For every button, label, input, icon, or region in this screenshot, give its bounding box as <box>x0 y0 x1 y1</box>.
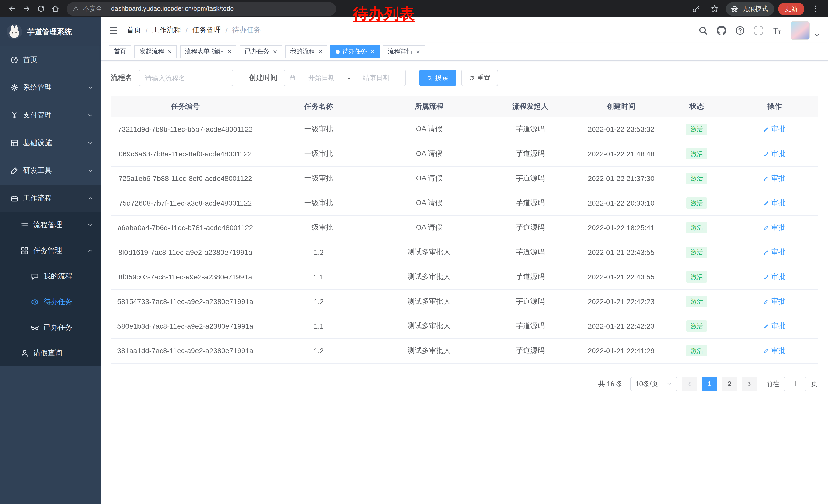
collapse-sidebar-icon[interactable] <box>109 26 119 35</box>
close-icon[interactable]: × <box>416 48 420 55</box>
sidebar-item-label: 请假查询 <box>33 349 62 358</box>
approve-label: 审批 <box>771 149 786 158</box>
breadcrumb-item[interactable]: 工作流程 <box>152 26 181 35</box>
approve-link[interactable]: 审批 <box>763 248 786 257</box>
edit-icon <box>763 299 769 304</box>
sidebar-item-home[interactable]: 首页 <box>0 46 100 74</box>
help-icon[interactable] <box>735 26 745 35</box>
column-header: 任务名称 <box>259 96 378 117</box>
chrome-right-cluster: 无痕模式 更新 <box>689 2 823 16</box>
page-button-2[interactable]: 2 <box>722 377 737 391</box>
goto-page-input[interactable] <box>784 377 806 391</box>
sidebar-item-task-management[interactable]: 任务管理 <box>0 238 100 264</box>
approve-link[interactable]: 审批 <box>763 125 786 134</box>
close-icon[interactable]: × <box>168 48 172 55</box>
sidebar-item-payment-management[interactable]: 支付管理 <box>0 101 100 129</box>
key-icon <box>692 5 700 13</box>
browser-forward-button[interactable] <box>19 2 34 16</box>
cell-task-id: 73211d9d-7b9b-11ec-b5b7-acde48001122 <box>111 117 259 141</box>
filter-bar: 流程名 创建时间 开始日期 - 结束日期 搜索 重 <box>111 70 818 86</box>
tab-label: 流程详情 <box>388 47 412 56</box>
close-icon[interactable]: × <box>319 48 322 55</box>
search-icon[interactable] <box>698 26 708 35</box>
github-icon[interactable] <box>717 26 727 35</box>
breadcrumb: 首页/工作流程/任务管理/待办任务 <box>127 26 261 35</box>
sidebar-item-my-process[interactable]: 我的流程 <box>0 264 100 289</box>
tab-流程详情[interactable]: 流程详情× <box>383 45 425 58</box>
app-logo[interactable]: 芋道管理系统 <box>0 17 100 46</box>
cell-task-id: 381aa1dd-7ac8-11ec-a9e2-a2380e71991a <box>111 338 259 363</box>
annotation-text: 待办列表 <box>353 4 415 25</box>
date-range-picker[interactable]: 开始日期 - 结束日期 <box>284 70 406 86</box>
sidebar-item-dev-tools[interactable]: 研发工具 <box>0 157 100 185</box>
user-avatar[interactable] <box>791 21 810 40</box>
tab-label: 首页 <box>114 47 126 56</box>
screen: 不安全 dashboard.yudao.iocoder.cn/bpm/task/… <box>0 0 828 504</box>
tab-已办任务[interactable]: 已办任务× <box>240 45 282 58</box>
tab-我的流程[interactable]: 我的流程× <box>285 45 328 58</box>
approve-link[interactable]: 审批 <box>763 346 786 355</box>
approve-link[interactable]: 审批 <box>763 198 786 208</box>
cell-task-name: 一级审批 <box>259 215 378 240</box>
fullscreen-icon[interactable] <box>754 26 763 35</box>
update-button[interactable]: 更新 <box>778 2 804 15</box>
approve-link[interactable]: 审批 <box>763 272 786 281</box>
next-page-button[interactable] <box>742 377 757 391</box>
sidebar-item-system-management[interactable]: 系统管理 <box>0 74 100 101</box>
approve-link[interactable]: 审批 <box>763 223 786 232</box>
cell-process: OA 请假 <box>378 215 481 240</box>
approve-link[interactable]: 审批 <box>763 297 786 306</box>
status-badge: 激活 <box>686 148 708 159</box>
close-icon[interactable]: × <box>371 48 374 55</box>
sidebar-item-todo-tasks[interactable]: 待办任务 <box>0 289 100 315</box>
sidebar-item-workflow[interactable]: 工作流程 <box>0 185 100 212</box>
browser-menu-button[interactable] <box>809 2 823 16</box>
table-row: a6aba0a4-7b6d-11ec-b781-acde48001122 一级审… <box>111 215 818 240</box>
end-date-placeholder[interactable]: 结束日期 <box>352 73 400 83</box>
page-size-select[interactable]: 10条/页 <box>630 377 677 391</box>
close-icon[interactable]: × <box>273 48 277 55</box>
address-bar[interactable]: 不安全 dashboard.yudao.iocoder.cn/bpm/task/… <box>67 2 336 16</box>
sidebar-item-infrastructure[interactable]: 基础设施 <box>0 129 100 157</box>
tab-发起流程[interactable]: 发起流程× <box>134 45 177 58</box>
breadcrumb-separator: / <box>226 26 228 34</box>
browser-reload-button[interactable] <box>34 2 48 16</box>
process-name-input[interactable] <box>138 70 234 86</box>
approve-label: 审批 <box>771 223 786 232</box>
column-header: 状态 <box>662 96 732 117</box>
page-button-1[interactable]: 1 <box>702 377 717 391</box>
cell-starter: 芋道源码 <box>481 289 580 314</box>
breadcrumb-item[interactable]: 首页 <box>127 26 141 35</box>
search-button-label: 搜索 <box>435 73 448 83</box>
browser-home-button[interactable] <box>48 2 63 16</box>
approve-link[interactable]: 审批 <box>763 174 786 183</box>
close-icon[interactable]: × <box>227 48 232 55</box>
avatar-caret-icon[interactable] <box>814 32 820 38</box>
tab-label: 已办任务 <box>245 47 269 56</box>
font-size-icon[interactable] <box>772 26 782 35</box>
tab-流程表单-编辑[interactable]: 流程表单-编辑× <box>180 45 237 58</box>
approve-link[interactable]: 审批 <box>763 149 786 158</box>
sidebar-item-done-tasks[interactable]: 已办任务 <box>0 315 100 340</box>
reset-button[interactable]: 重置 <box>461 70 498 86</box>
cell-create-time: 2022-01-22 21:48:48 <box>580 141 662 166</box>
search-button[interactable]: 搜索 <box>419 70 456 86</box>
sidebar-item-label: 工作流程 <box>23 194 52 203</box>
start-date-placeholder[interactable]: 开始日期 <box>297 73 346 83</box>
security-label[interactable]: 不安全 <box>83 4 102 13</box>
approve-link[interactable]: 审批 <box>763 321 786 331</box>
tab-首页[interactable]: 首页 <box>109 45 131 58</box>
edit-icon <box>763 323 769 329</box>
list-icon <box>20 221 29 229</box>
password-key-button[interactable] <box>689 2 703 16</box>
sidebar-item-leave-query[interactable]: 请假查询 <box>0 340 100 366</box>
browser-back-button[interactable] <box>5 2 19 16</box>
boxes-icon <box>20 246 29 255</box>
calendar-icon <box>289 75 295 81</box>
breadcrumb-item[interactable]: 任务管理 <box>192 26 221 35</box>
url-text[interactable]: dashboard.yudao.iocoder.cn/bpm/task/todo <box>111 5 234 12</box>
sidebar-item-process-management[interactable]: 流程管理 <box>0 212 100 238</box>
prev-page-button[interactable] <box>682 377 697 391</box>
bookmark-star-button[interactable] <box>707 2 722 16</box>
tab-待办任务[interactable]: 待办任务× <box>331 45 380 58</box>
